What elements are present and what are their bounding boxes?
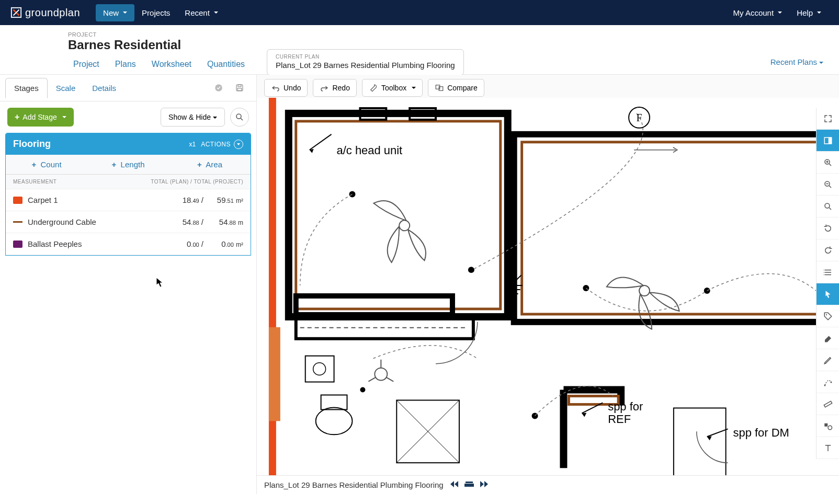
measurement-row[interactable]: Carpet 118.49 /59.51 m² (6, 189, 251, 211)
stage-header[interactable]: Flooring x1 ACTIONS (6, 133, 251, 155)
pointer-icon (823, 290, 833, 299)
recent-plans-dropdown[interactable]: Recent Plans (770, 58, 823, 66)
zoom-fit-button[interactable] (817, 196, 839, 217)
stage-multiplier: x1 (189, 141, 196, 148)
stack-icon (463, 480, 475, 488)
svg-rect-12 (296, 296, 452, 315)
rewind-icon (450, 480, 459, 488)
measurement-row[interactable]: Ballast Peeples0.00 /0.00 m² (6, 233, 251, 255)
stage-actions-label: ACTIONS (201, 141, 231, 148)
measurement-header-right: TOTAL (PLAN) / TOTAL (PROJECT) (151, 179, 243, 185)
zoom-icon (823, 202, 833, 211)
svg-point-34 (360, 387, 365, 393)
rotate-cw-button[interactable] (817, 239, 839, 261)
shape-tool-button[interactable] (817, 415, 839, 437)
svg-point-50 (824, 269, 825, 270)
stage-actions-dropdown[interactable]: ACTIONS (201, 140, 243, 149)
plan-footer: Plans_Lot 29 Barnes Residential Plumbing… (257, 475, 839, 494)
svg-text:REF: REF (608, 413, 631, 426)
undo-button[interactable]: Undo (264, 79, 308, 97)
zoom-in-button[interactable] (817, 152, 839, 174)
my-account-link[interactable]: My Account (726, 4, 790, 21)
add-length-tab[interactable]: + Length (87, 155, 169, 174)
canvas-area: Undo Redo Toolbox Compare (256, 75, 839, 494)
svg-point-5 (236, 114, 241, 119)
add-count-tab[interactable]: + Count (6, 155, 87, 174)
subnav-plans[interactable]: Plans (115, 60, 136, 69)
eraser-tool-button[interactable] (817, 327, 839, 349)
svg-point-52 (824, 274, 825, 275)
shapes-icon (823, 421, 833, 431)
svg-text:spp for: spp for (608, 400, 643, 413)
recent-link[interactable]: Recent (177, 4, 225, 21)
help-link[interactable]: Help (789, 4, 829, 21)
wrench-icon (369, 83, 378, 93)
plan-viewport[interactable]: F a/c head unit spp for REF spp for DM (257, 98, 839, 494)
pencil-tool-button[interactable] (817, 349, 839, 371)
measurement-swatch (13, 240, 22, 248)
svg-point-54 (824, 384, 826, 386)
save-icon[interactable] (232, 81, 247, 95)
curve-icon (823, 377, 833, 387)
brand-logo[interactable]: groundplan (10, 7, 80, 19)
chevron-down-icon (234, 140, 243, 149)
subnav-project[interactable]: Project (73, 60, 99, 69)
ruler-tool-button[interactable] (817, 393, 839, 415)
check-circle-icon[interactable] (211, 81, 226, 95)
logo-icon (10, 7, 22, 18)
tab-scale[interactable]: Scale (48, 78, 84, 98)
measurement-name: Carpet 1 (28, 196, 167, 204)
forward-icon (479, 480, 489, 488)
svg-rect-44 (466, 482, 473, 483)
text-icon (823, 443, 833, 453)
measurement-name: Underground Cable (28, 217, 167, 226)
svg-rect-24 (305, 356, 334, 382)
compare-button[interactable]: Compare (428, 79, 484, 97)
subnav-quantities[interactable]: Quantities (207, 60, 245, 69)
toolbox-button[interactable]: Toolbox (362, 79, 423, 97)
curve-tool-button[interactable] (817, 371, 839, 393)
svg-rect-57 (824, 423, 827, 426)
prev-plan-button[interactable] (450, 480, 459, 489)
svg-point-53 (826, 314, 827, 315)
zoom-out-button[interactable] (817, 174, 839, 196)
list-button[interactable] (817, 261, 839, 283)
svg-point-33 (532, 413, 538, 419)
measurement-swatch (13, 221, 22, 223)
select-tool-button[interactable] (817, 283, 839, 305)
tag-tool-button[interactable] (817, 305, 839, 327)
svg-rect-46 (829, 138, 832, 144)
add-stage-button[interactable]: + Add Stage (7, 108, 74, 127)
plan-thumbnails-button[interactable] (463, 480, 475, 489)
add-area-tab[interactable]: + Area (169, 155, 251, 174)
panel-toggle-button[interactable] (817, 130, 839, 152)
measurement-header: MEASUREMENT TOTAL (PLAN) / TOTAL (PROJEC… (6, 175, 251, 189)
expand-icon (823, 114, 833, 123)
current-plan-name: Plans_Lot 29 Barnes Residential Plumbing… (276, 61, 455, 70)
redo-button[interactable]: Redo (313, 79, 356, 97)
brand-name: groundplan (25, 7, 80, 19)
show-hide-button[interactable]: Show & Hide (161, 108, 225, 127)
measurement-row[interactable]: Underground Cable54.88 /54.88 m (6, 211, 251, 233)
search-button[interactable] (230, 108, 249, 127)
new-button[interactable]: New (96, 4, 134, 21)
measurement-name: Ballast Peeples (28, 239, 167, 248)
projects-link[interactable]: Projects (134, 4, 177, 21)
svg-point-58 (828, 426, 832, 430)
next-plan-button[interactable] (479, 480, 489, 489)
svg-point-55 (831, 381, 832, 383)
measurement-header-left: MEASUREMENT (13, 179, 56, 185)
tab-details[interactable]: Details (84, 78, 124, 98)
text-tool-button[interactable] (817, 437, 839, 459)
tag-icon (823, 312, 833, 321)
tab-stages[interactable]: Stages (5, 78, 48, 98)
svg-point-22 (316, 407, 353, 434)
fullscreen-button[interactable] (817, 108, 839, 130)
svg-rect-9 (269, 327, 280, 421)
measurement-swatch (13, 197, 22, 204)
current-plan-box[interactable]: CURRENT PLAN Plans_Lot 29 Barnes Residen… (267, 49, 464, 75)
project-label: PROJECT (68, 31, 829, 38)
subnav-worksheet[interactable]: Worksheet (152, 60, 191, 69)
svg-rect-3 (238, 85, 241, 87)
rotate-ccw-button[interactable] (817, 217, 839, 239)
